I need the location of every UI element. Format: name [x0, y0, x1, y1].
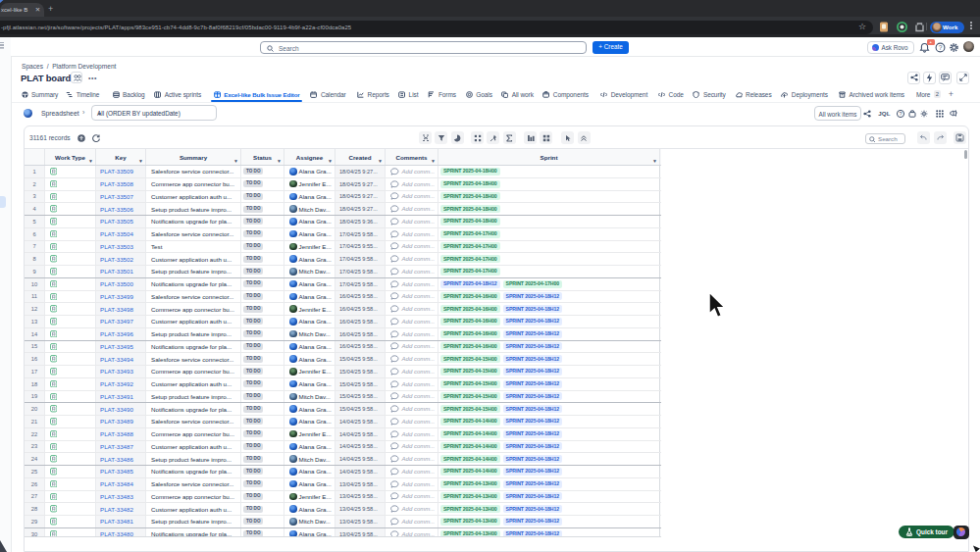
svg-text:?: ? [899, 111, 902, 117]
svg-text:?: ? [939, 43, 943, 50]
